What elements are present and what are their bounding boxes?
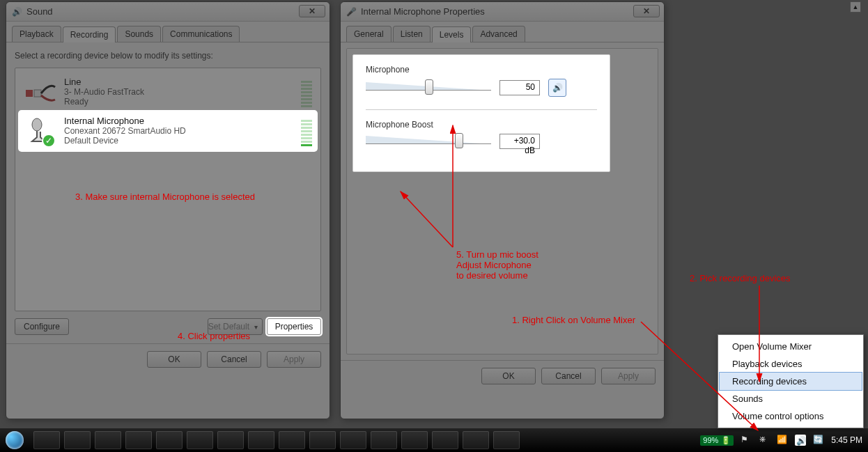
ctx-recording-devices[interactable]: Recording devices: [720, 373, 862, 390]
sound-tabs: Playback Recording Sounds Communications: [6, 22, 330, 42]
mic-level-value[interactable]: 50: [499, 80, 540, 95]
taskbar-app-15[interactable]: [463, 431, 489, 449]
microphone-icon: ✓: [24, 116, 57, 146]
svg-rect-0: [26, 90, 33, 97]
levels-panel: Microphone 50 🔊 Microphone Boost +30.0 d…: [352, 54, 610, 172]
mic-level-label: Microphone: [366, 65, 597, 75]
line-jack-icon: [24, 77, 57, 107]
boost-slider[interactable]: [366, 134, 491, 148]
tray-icon-1[interactable]: ⚑: [741, 435, 752, 446]
tab-recording[interactable]: Recording: [63, 26, 116, 42]
annotation-2: 2. Pick recording devices: [690, 273, 791, 283]
taskbar-app-7[interactable]: [217, 431, 244, 449]
tab-listen[interactable]: Listen: [393, 26, 431, 42]
tray-wifi-icon[interactable]: 📶: [777, 435, 788, 446]
volume-context-menu: Open Volume Mixer Playback devices Recor…: [718, 334, 864, 428]
sound-ok-button[interactable]: OK: [147, 351, 201, 368]
mic-props-close-button[interactable]: ✕: [633, 5, 660, 17]
device-mic-meter: [301, 116, 312, 146]
tab-communications[interactable]: Communications: [162, 26, 240, 42]
windows-orb-icon: [6, 431, 24, 449]
mic-props-icon: 🎤: [346, 7, 357, 17]
annotation-4: 4. Click properties: [178, 331, 250, 341]
properties-button[interactable]: Properties: [267, 318, 321, 335]
recording-prompt: Select a recording device below to modif…: [15, 51, 321, 61]
taskbar-app-13[interactable]: [401, 431, 428, 449]
props-ok-button[interactable]: OK: [481, 368, 536, 384]
device-mic-status: Default Device: [64, 136, 186, 146]
props-cancel-button[interactable]: Cancel: [541, 368, 596, 384]
device-mic-desc: Conexant 20672 SmartAudio HD: [64, 126, 186, 136]
tray-icon-2[interactable]: ⛯: [759, 435, 770, 446]
mic-props-title: Internal Microphone Properties: [361, 6, 485, 17]
tab-levels[interactable]: Levels: [432, 26, 472, 42]
tray-volume-icon[interactable]: 🔊: [795, 435, 806, 446]
battery-indicator[interactable]: 99%🔋: [700, 435, 734, 446]
boost-thumb[interactable]: [455, 133, 463, 148]
mic-properties-window: 🎤 Internal Microphone Properties ✕ Gener…: [340, 1, 665, 419]
taskbar-app-12[interactable]: [371, 431, 397, 449]
device-internal-mic[interactable]: ✓ Internal Microphone Conexant 20672 Sma…: [20, 111, 316, 150]
taskbar-app-11[interactable]: [340, 431, 366, 449]
ctx-playback-devices[interactable]: Playback devices: [720, 355, 862, 373]
boost-label: Microphone Boost: [366, 120, 597, 130]
taskbar-clock[interactable]: 5:45 PM: [831, 435, 862, 445]
sound-window-title: Sound: [26, 6, 53, 17]
taskbar-pinned: [33, 431, 520, 449]
sound-footer: OK Cancel Apply: [6, 343, 330, 375]
sound-icon: 🔊: [12, 7, 22, 17]
tab-advanced[interactable]: Advanced: [472, 26, 525, 42]
annotation-1: 1. Right Click on Volume Mixer: [512, 315, 635, 325]
annotation-5: 5. Turn up mic boost Adjust Microphone t…: [456, 249, 538, 281]
sound-window: 🔊 Sound ✕ Playback Recording Sounds Comm…: [6, 1, 330, 419]
props-apply-button[interactable]: Apply: [601, 368, 656, 384]
system-tray: 99%🔋 ⚑ ⛯ 📶 🔊 🔄 5:45 PM: [695, 435, 868, 446]
taskbar-app-1[interactable]: [33, 431, 60, 449]
taskbar-app-8[interactable]: [248, 431, 274, 449]
annotation-3: 3. Make sure internal Microphone is sele…: [75, 192, 255, 202]
svg-point-2: [32, 118, 42, 131]
device-line-meter: [301, 77, 312, 107]
taskbar-app-14[interactable]: [432, 431, 458, 449]
boost-value[interactable]: +30.0 dB: [499, 134, 540, 149]
configure-button[interactable]: Configure: [15, 318, 69, 335]
taskbar-app-3[interactable]: [95, 431, 121, 449]
default-check-icon: ✓: [42, 134, 56, 148]
svg-rect-1: [34, 90, 41, 97]
tab-playback[interactable]: Playback: [12, 26, 61, 42]
sound-close-button[interactable]: ✕: [299, 5, 325, 17]
device-mic-name: Internal Microphone: [64, 116, 186, 126]
taskbar-app-9[interactable]: [279, 431, 305, 449]
mic-level-thumb[interactable]: [425, 79, 433, 95]
page-scroll-up[interactable]: ▲: [850, 1, 861, 13]
battery-pct: 99%: [703, 436, 718, 444]
mic-props-footer: OK Cancel Apply: [341, 360, 664, 391]
taskbar-app-10[interactable]: [309, 431, 336, 449]
taskbar-app-5[interactable]: [156, 431, 183, 449]
ctx-sounds[interactable]: Sounds: [720, 390, 862, 407]
device-line-name: Line: [64, 77, 144, 87]
mic-level-slider[interactable]: [366, 81, 491, 95]
mic-props-tabs: General Listen Levels Advanced: [341, 22, 664, 42]
taskbar-app-16[interactable]: [493, 431, 520, 449]
start-button[interactable]: [0, 428, 29, 452]
tab-sounds[interactable]: Sounds: [117, 26, 161, 42]
taskbar-app-4[interactable]: [125, 431, 152, 449]
sound-cancel-button[interactable]: Cancel: [207, 351, 261, 368]
tab-general[interactable]: General: [346, 26, 392, 42]
ctx-volume-options[interactable]: Volume control options: [720, 407, 862, 425]
ctx-open-mixer[interactable]: Open Volume Mixer: [720, 338, 862, 355]
device-line-desc: 3- M-Audio FastTrack: [64, 87, 144, 97]
mic-mute-button[interactable]: 🔊: [548, 79, 566, 97]
recording-device-list: Line 3- M-Audio FastTrack Ready ✓ Intern…: [15, 68, 321, 311]
tray-sync-icon[interactable]: 🔄: [813, 435, 824, 446]
sound-apply-button[interactable]: Apply: [267, 351, 321, 368]
speaker-icon: 🔊: [552, 83, 563, 93]
taskbar-app-6[interactable]: [187, 431, 213, 449]
device-line[interactable]: Line 3- M-Audio FastTrack Ready: [20, 72, 316, 111]
device-line-status: Ready: [64, 97, 144, 107]
taskbar: 99%🔋 ⚑ ⛯ 📶 🔊 🔄 5:45 PM: [0, 428, 868, 452]
taskbar-app-2[interactable]: [64, 431, 91, 449]
